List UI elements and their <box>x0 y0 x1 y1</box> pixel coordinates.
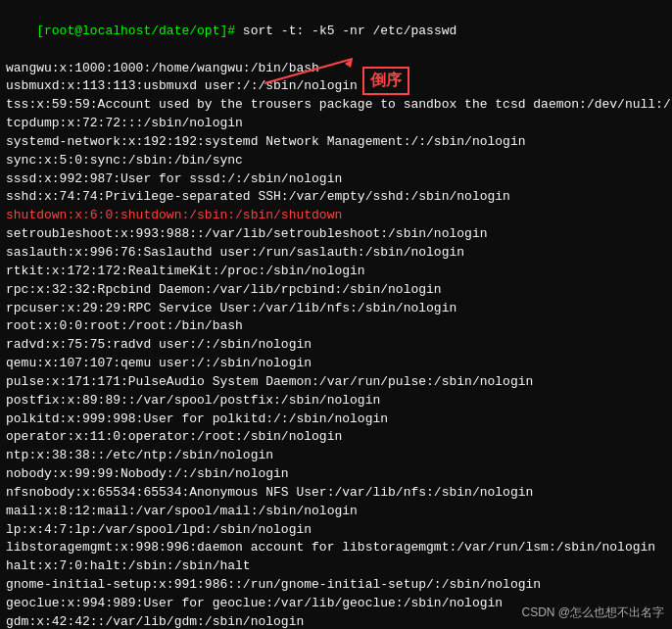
terminal-line: postfix:x:89:89::/var/spool/postfix:/sbi… <box>6 392 666 411</box>
terminal-line: rpc:x:32:32:Rpcbind Daemon:/var/lib/rpcb… <box>6 281 666 300</box>
terminal-line: nobody:x:99:99:Nobody:/:/sbin/nologin <box>6 465 666 484</box>
terminal-window: [root@localhost/date/opt]# sort -t: -k5 … <box>0 0 672 629</box>
terminal-line: wangwu:x:1000:1000:/home/wangwu:/bin/bas… <box>6 60 666 78</box>
terminal-line: libstoragemgmt:x:998:996:daemon account … <box>6 539 666 557</box>
terminal-line: sshd:x:74:74:Privilege-separated SSH:/va… <box>6 188 666 207</box>
terminal-line: lp:x:4:7:lp:/var/spool/lpd:/sbin/nologin <box>6 521 666 540</box>
command-prompt: [root@localhost/date/opt]# sort -t: -k5 … <box>6 4 666 60</box>
terminal-line: gnome-initial-setup:x:991:986::/run/gnom… <box>6 576 666 595</box>
command-text: sort -t: -k5 -nr /etc/passwd <box>235 24 456 38</box>
terminal-output: wangwu:x:1000:1000:/home/wangwu:/bin/bas… <box>6 60 666 629</box>
terminal-line: polkitd:x:999:998:User for polkitd:/:/sb… <box>6 411 666 429</box>
terminal-line: ntp:x:38:38::/etc/ntp:/sbin/nologin <box>6 447 666 465</box>
terminal-line: mail:x:8:12:mail:/var/spool/mail:/sbin/n… <box>6 503 666 521</box>
terminal-line: tss:x:59:59:Account used by the trousers… <box>6 96 666 115</box>
terminal-line: usbmuxd:x:113:113:usbmuxd user:/:/sbin/n… <box>6 77 666 96</box>
terminal-line: tcpdump:x:72:72:::/sbin/nologin <box>6 115 666 133</box>
terminal-line: nfsnobody:x:65534:65534:Anonymous NFS Us… <box>6 484 666 503</box>
terminal-line: systemd-network:x:192:192:systemd Networ… <box>6 133 666 152</box>
terminal-line: sync:x:5:0:sync:/sbin:/bin/sync <box>6 152 666 170</box>
terminal-line: sssd:x:992:987:User for sssd:/:/sbin/nol… <box>6 170 666 189</box>
terminal-line: rtkit:x:172:172:RealtimeKit:/proc:/sbin/… <box>6 263 666 281</box>
terminal-line: pulse:x:171:171:PulseAudio System Daemon… <box>6 373 666 392</box>
terminal-line: radvd:x:75:75:radvd user:/:/sbin/nologin <box>6 336 666 355</box>
watermark-text: CSDN @怎么也想不出名字 <box>521 605 664 621</box>
terminal-line: rpcuser:x:29:29:RPC Service User:/var/li… <box>6 300 666 318</box>
terminal-line: setroubleshoot:x:993:988::/var/lib/setro… <box>6 225 666 244</box>
terminal-line: saslauth:x:996:76:Saslauthd user:/run/sa… <box>6 244 666 263</box>
terminal-line: root:x:0:0:root:/root:/bin/bash <box>6 317 666 336</box>
terminal-line: shutdown:x:6:0:shutdown:/sbin:/sbin/shut… <box>6 207 666 225</box>
terminal-line: halt:x:7:0:halt:/sbin:/sbin/halt <box>6 557 666 576</box>
prompt-text: [root@localhost/date/opt]# <box>36 24 235 38</box>
terminal-line: operator:x:11:0:operator:/root:/sbin/nol… <box>6 428 666 447</box>
terminal-line: qemu:x:107:107:qemu user:/:/sbin/nologin <box>6 355 666 373</box>
